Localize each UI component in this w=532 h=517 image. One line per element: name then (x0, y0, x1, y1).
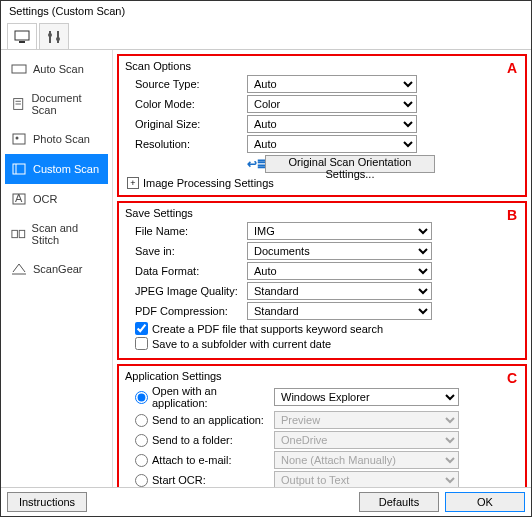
attach-email-select[interactable]: None (Attach Manually) (274, 451, 459, 469)
content-pane: A Scan Options Source Type:Auto Color Mo… (113, 50, 531, 487)
source-type-select[interactable]: Auto (247, 75, 417, 93)
plus-icon: + (127, 177, 139, 189)
subfolder-checkbox[interactable] (135, 337, 148, 350)
image-processing-expander[interactable]: +Image Processing Settings (125, 177, 519, 189)
monitor-icon (14, 30, 30, 44)
send-app-radio[interactable] (135, 414, 148, 427)
start-ocr-select[interactable]: Output to Text (274, 471, 459, 487)
send-folder-select[interactable]: OneDrive (274, 431, 459, 449)
photo-scan-icon (11, 132, 27, 146)
svg-point-9 (16, 137, 19, 140)
data-format-select[interactable]: Auto (247, 262, 432, 280)
svg-rect-10 (13, 164, 25, 174)
ocr-icon: A (11, 192, 27, 206)
scan-options-heading: Scan Options (125, 60, 519, 72)
tab-tools[interactable] (39, 23, 69, 49)
ok-button[interactable]: OK (445, 492, 525, 512)
send-folder-label: Send to a folder: (152, 434, 270, 446)
pdf-keyword-checkbox[interactable] (135, 322, 148, 335)
section-marker-a: A (507, 60, 517, 76)
svg-point-2 (48, 33, 52, 37)
svg-rect-0 (15, 31, 29, 40)
file-name-label: File Name: (125, 225, 247, 237)
sidebar-item-photo-scan[interactable]: Photo Scan (5, 124, 108, 154)
sidebar-item-scangear[interactable]: ScanGear (5, 254, 108, 284)
save-settings-heading: Save Settings (125, 207, 519, 219)
pdf-compression-label: PDF Compression: (125, 305, 247, 317)
defaults-button[interactable]: Defaults (359, 492, 439, 512)
send-app-label: Send to an application: (152, 414, 270, 426)
sidebar-item-auto-scan[interactable]: Auto Scan (5, 54, 108, 84)
source-type-label: Source Type: (125, 78, 247, 90)
footer: Instructions Defaults OK (1, 487, 531, 516)
resolution-label: Resolution: (125, 138, 247, 150)
jpeg-quality-select[interactable]: Standard (247, 282, 432, 300)
scan-options-section: A Scan Options Source Type:Auto Color Mo… (117, 54, 527, 197)
subfolder-label: Save to a subfolder with current date (152, 338, 331, 350)
scangear-icon (11, 262, 27, 276)
sidebar-item-label: ScanGear (33, 263, 83, 275)
open-with-select[interactable]: Windows Explorer (274, 388, 459, 406)
sidebar-item-label: OCR (33, 193, 57, 205)
svg-rect-1 (19, 41, 25, 43)
svg-rect-14 (12, 230, 17, 237)
svg-point-3 (56, 37, 60, 41)
tools-icon (46, 30, 62, 44)
stitch-icon (11, 227, 26, 241)
tab-scan-from-computer[interactable] (7, 23, 37, 49)
orientation-settings-button[interactable]: Original Scan Orientation Settings... (265, 155, 435, 173)
image-processing-label: Image Processing Settings (143, 177, 274, 189)
data-format-label: Data Format: (125, 265, 247, 277)
file-name-combo[interactable]: IMG (247, 222, 432, 240)
sidebar-item-label: Document Scan (31, 92, 102, 116)
color-mode-label: Color Mode: (125, 98, 247, 110)
pdf-compression-select[interactable]: Standard (247, 302, 432, 320)
svg-text:A: A (15, 192, 23, 204)
svg-rect-15 (19, 230, 24, 237)
custom-scan-icon (11, 162, 27, 176)
start-ocr-label: Start OCR: (152, 474, 270, 486)
section-marker-b: B (507, 207, 517, 223)
auto-scan-icon (11, 62, 27, 76)
open-with-radio[interactable] (135, 391, 148, 404)
save-in-select[interactable]: Documents (247, 242, 432, 260)
save-in-label: Save in: (125, 245, 247, 257)
reset-icon[interactable]: ↩𝌆 (247, 157, 265, 171)
color-mode-select[interactable]: Color (247, 95, 417, 113)
save-settings-section: B Save Settings File Name:IMG Save in:Do… (117, 201, 527, 360)
section-marker-c: C (507, 370, 517, 386)
pdf-keyword-label: Create a PDF file that supports keyword … (152, 323, 383, 335)
top-tab-bar (1, 21, 531, 50)
window-title: Settings (Custom Scan) (1, 1, 531, 21)
start-ocr-radio[interactable] (135, 474, 148, 487)
original-size-select[interactable]: Auto (247, 115, 417, 133)
application-settings-section: C Application Settings Open with an appl… (117, 364, 527, 487)
sidebar-item-document-scan[interactable]: Document Scan (5, 84, 108, 124)
svg-rect-4 (12, 65, 26, 73)
sidebar-item-custom-scan[interactable]: Custom Scan (5, 154, 108, 184)
open-with-label: Open with an application: (152, 385, 270, 409)
sidebar-item-scan-and-stitch[interactable]: Scan and Stitch (5, 214, 108, 254)
sidebar-item-label: Photo Scan (33, 133, 90, 145)
document-scan-icon (11, 97, 25, 111)
sidebar-item-label: Scan and Stitch (32, 222, 102, 246)
original-size-label: Original Size: (125, 118, 247, 130)
jpeg-quality-label: JPEG Image Quality: (125, 285, 247, 297)
instructions-button[interactable]: Instructions (7, 492, 87, 512)
attach-email-radio[interactable] (135, 454, 148, 467)
send-app-select[interactable]: Preview (274, 411, 459, 429)
sidebar-item-label: Auto Scan (33, 63, 84, 75)
resolution-select[interactable]: Auto (247, 135, 417, 153)
sidebar: Auto Scan Document Scan Photo Scan Custo… (1, 50, 113, 487)
send-folder-radio[interactable] (135, 434, 148, 447)
application-settings-heading: Application Settings (125, 370, 519, 382)
svg-rect-8 (13, 134, 25, 144)
sidebar-item-ocr[interactable]: AOCR (5, 184, 108, 214)
attach-email-label: Attach to e-mail: (152, 454, 270, 466)
sidebar-item-label: Custom Scan (33, 163, 99, 175)
